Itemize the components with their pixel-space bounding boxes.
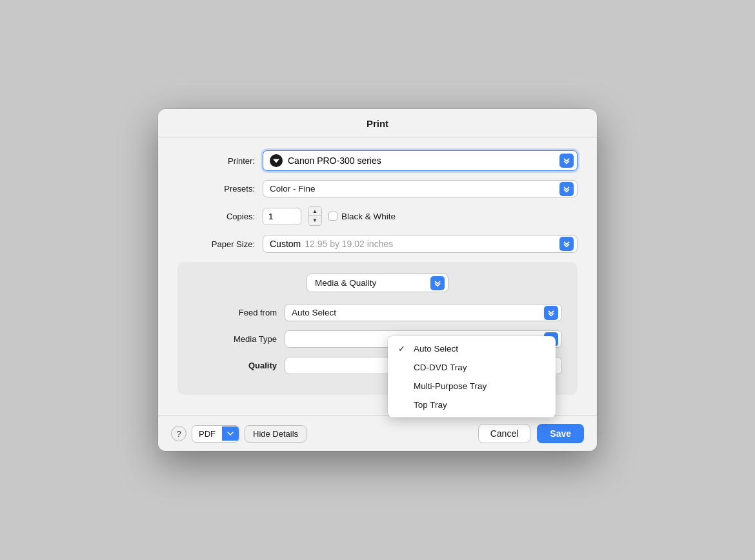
dropdown-item-auto-select-label: Auto Select (414, 344, 458, 354)
dropdown-item-cd-dvd-label: CD-DVD Tray (414, 363, 467, 372)
feed-from-row: Feed from Auto Select ✓ Auto Select (193, 304, 562, 321)
footer-right: Cancel Save (478, 424, 584, 443)
feed-from-label: Feed from (193, 308, 277, 317)
panel-select-wrapper: Media & Quality (307, 274, 448, 292)
copies-stepper: ▲ ▼ (308, 206, 322, 226)
printer-label: Printer: (177, 156, 255, 166)
copies-label: Copies: (177, 212, 255, 221)
feed-from-select[interactable]: Auto Select (285, 304, 562, 321)
presets-label: Presets: (177, 184, 255, 194)
presets-select-wrapper: Color - Fine (263, 180, 578, 197)
printer-value: Canon PRO-300 series (288, 155, 381, 166)
copies-increment[interactable]: ▲ (308, 207, 321, 216)
presets-select[interactable]: Color - Fine (263, 180, 578, 197)
paper-size-select-wrapper: Custom 12.95 by 19.02 inches (263, 235, 578, 253)
save-label: Save (550, 428, 571, 439)
paper-size-value: Custom (270, 239, 301, 249)
paper-size-select[interactable]: Custom 12.95 by 19.02 inches (263, 235, 578, 253)
dropdown-item-auto-select[interactable]: ✓ Auto Select (388, 339, 556, 358)
save-button[interactable]: Save (537, 424, 584, 443)
copies-row: Copies: ▲ ▼ Black & White (177, 206, 578, 226)
checkmark-auto-select: ✓ (398, 344, 408, 354)
feed-from-dropdown: ✓ Auto Select CD-DVD Tray Multi-Purpose … (388, 336, 556, 417)
printer-icon-arrow (273, 159, 279, 163)
dialog-title-bar: Print (158, 109, 597, 137)
copies-decrement[interactable]: ▼ (308, 216, 321, 225)
hide-details-label: Hide Details (253, 429, 298, 439)
paper-size-label: Paper Size: (177, 239, 255, 249)
pdf-dropdown-button[interactable] (222, 426, 239, 441)
pdf-button-wrap: PDF (192, 425, 239, 443)
panel-section-select[interactable]: Media & Quality (307, 274, 448, 292)
media-type-label: Media Type (193, 334, 277, 344)
copies-input[interactable] (263, 208, 301, 225)
presets-row: Presets: Color - Fine (177, 180, 578, 197)
help-label: ? (176, 429, 181, 439)
hide-details-button[interactable]: Hide Details (245, 425, 307, 443)
printer-icon (270, 154, 283, 167)
print-dialog: Print Printer: Canon PRO-300 series Pres… (158, 109, 597, 451)
quality-label: Quality (193, 361, 277, 370)
cancel-label: Cancel (490, 428, 519, 439)
dropdown-item-top-tray-label: Top Tray (414, 400, 447, 410)
feed-from-field-wrap: Auto Select ✓ Auto Select CD-DVD Tr (285, 304, 562, 321)
printer-select[interactable]: Canon PRO-300 series (263, 150, 578, 171)
paper-size-row: Paper Size: Custom 12.95 by 19.02 inches (177, 235, 578, 253)
printer-row: Printer: Canon PRO-300 series (177, 150, 578, 171)
dropdown-item-top-tray[interactable]: Top Tray (388, 395, 556, 414)
footer-left: ? PDF Hide Details (171, 425, 307, 443)
media-quality-panel: Media & Quality Feed from Auto Select (177, 262, 578, 395)
black-white-label[interactable]: Black & White (328, 212, 396, 221)
copies-input-wrap: ▲ ▼ Black & White (263, 206, 396, 226)
paper-size-sub: 12.95 by 19.02 inches (305, 239, 393, 249)
black-white-text: Black & White (341, 212, 396, 221)
dialog-title: Print (367, 118, 388, 129)
dropdown-item-multi-purpose-label: Multi-Purpose Tray (414, 381, 487, 391)
help-button[interactable]: ? (171, 426, 186, 441)
black-white-checkbox[interactable] (328, 212, 337, 221)
cancel-button[interactable]: Cancel (478, 424, 531, 443)
printer-select-wrapper: Canon PRO-300 series (263, 150, 578, 171)
dialog-footer: ? PDF Hide Details Cancel Save (158, 415, 597, 451)
pdf-label: PDF (192, 426, 222, 442)
dropdown-item-cd-dvd[interactable]: CD-DVD Tray (388, 358, 556, 377)
panel-header: Media & Quality (193, 274, 562, 292)
dialog-content: Printer: Canon PRO-300 series Presets: C… (158, 137, 597, 415)
dropdown-item-multi-purpose[interactable]: Multi-Purpose Tray (388, 377, 556, 395)
